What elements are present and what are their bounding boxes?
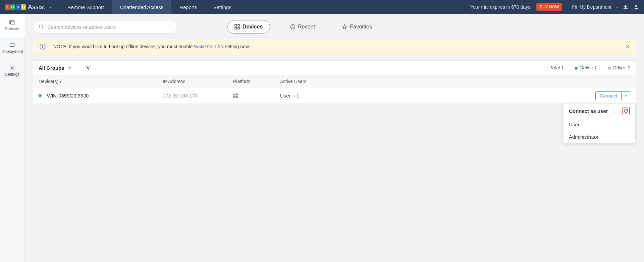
search-icon bbox=[39, 24, 44, 29]
main-content: Devices Recent Favorites NOTE: If you wo… bbox=[25, 14, 644, 262]
nav-tab-reports[interactable]: Reports bbox=[171, 0, 205, 14]
col-ip[interactable]: IP Address bbox=[163, 79, 233, 84]
tab-devices[interactable]: Devices bbox=[227, 20, 270, 34]
download-icon[interactable] bbox=[623, 4, 629, 10]
notice-suffix: setting now. bbox=[225, 44, 250, 49]
device-user: User bbox=[280, 93, 291, 99]
svg-rect-1 bbox=[575, 6, 577, 9]
connect-as-user-popup: Connect as user User Administrator bbox=[563, 103, 636, 143]
department-dropdown[interactable]: My Department ▾ bbox=[572, 4, 618, 10]
table-toolbar: All Groups Total 1 Online 1 Offline 0 bbox=[33, 60, 636, 75]
star-icon bbox=[342, 24, 347, 29]
user-icon[interactable] bbox=[633, 4, 639, 10]
svg-line-12 bbox=[42, 28, 44, 29]
tab-favorites[interactable]: Favorites bbox=[335, 20, 379, 33]
chevron-down-icon bbox=[68, 66, 72, 70]
svg-point-10 bbox=[11, 67, 13, 69]
refresh-icon[interactable] bbox=[622, 108, 630, 114]
chevron-down-icon bbox=[624, 94, 628, 97]
trial-message: Your trial expires in 670 days. bbox=[470, 4, 532, 10]
chevron-down-icon: ▾ bbox=[616, 5, 618, 9]
close-icon[interactable]: ✕ bbox=[626, 44, 630, 49]
svg-rect-13 bbox=[235, 24, 236, 26]
stat-total: Total 1 bbox=[550, 65, 564, 70]
search-box[interactable] bbox=[33, 20, 177, 34]
table-row[interactable]: WIN-0859G9I39J0 172.20.100.170 User +1 C… bbox=[33, 88, 636, 104]
groups-dropdown[interactable]: All Groups bbox=[39, 65, 72, 71]
search-input[interactable] bbox=[47, 24, 171, 30]
sidebar-item-label: Settings bbox=[5, 72, 19, 77]
svg-rect-16 bbox=[238, 27, 239, 29]
sidebar: Devices + Deployment Settings bbox=[0, 14, 25, 262]
sidebar-item-label: Deployment bbox=[1, 49, 23, 54]
tab-recent[interactable]: Recent bbox=[283, 20, 322, 33]
windows-icon bbox=[233, 93, 238, 98]
user-more-count[interactable]: +1 bbox=[293, 93, 299, 99]
wol-link[interactable]: Wake On LAN bbox=[194, 44, 224, 49]
brand-logo[interactable]: ZOHO Assist ▾ bbox=[0, 0, 56, 14]
col-platform[interactable]: Platform bbox=[233, 79, 280, 84]
monitor-icon bbox=[9, 20, 15, 25]
svg-rect-24 bbox=[235, 96, 238, 98]
device-ip: 172.20.100.170 bbox=[163, 93, 233, 99]
gear-icon bbox=[9, 65, 16, 71]
grid-icon bbox=[234, 24, 240, 29]
popup-title-row: Connect as user bbox=[564, 104, 635, 118]
top-nav: ZOHO Assist ▾ Remote Support Unattended … bbox=[0, 0, 644, 14]
svg-text:+: + bbox=[13, 43, 15, 45]
info-icon bbox=[39, 43, 46, 50]
popup-item-user[interactable]: User bbox=[564, 118, 635, 131]
table-header-row: Device(s) ▾ IP Address Platform Active U… bbox=[33, 75, 636, 88]
filter-icon[interactable] bbox=[80, 61, 91, 75]
svg-rect-15 bbox=[235, 27, 236, 29]
nav-tab-settings[interactable]: Settings bbox=[205, 0, 239, 14]
department-label: My Department bbox=[579, 4, 611, 10]
svg-point-20 bbox=[42, 45, 43, 46]
stat-online: Online 1 bbox=[575, 65, 597, 70]
connect-dropdown-toggle[interactable] bbox=[622, 91, 630, 100]
stat-offline: Offline 0 bbox=[608, 65, 630, 70]
connect-button[interactable]: Connect bbox=[595, 91, 622, 100]
wol-notice: NOTE: If you would like to boot up offli… bbox=[33, 39, 636, 54]
buy-now-button[interactable]: BUY NOW bbox=[536, 3, 562, 11]
sidebar-item-deployment[interactable]: + Deployment bbox=[0, 37, 24, 60]
building-icon bbox=[572, 4, 577, 10]
svg-rect-22 bbox=[235, 93, 238, 95]
sidebar-item-label: Devices bbox=[5, 26, 19, 31]
svg-rect-7 bbox=[10, 21, 15, 24]
col-device[interactable]: Device(s) ▾ bbox=[39, 79, 163, 84]
nav-tab-remote-support[interactable]: Remote Support bbox=[59, 0, 112, 14]
status-dot-icon bbox=[39, 94, 42, 97]
clock-icon bbox=[290, 24, 296, 29]
svg-rect-14 bbox=[238, 24, 239, 26]
sidebar-item-devices[interactable]: Devices bbox=[0, 14, 25, 37]
zoho-logo-icon: ZOHO bbox=[5, 4, 26, 10]
notice-prefix: NOTE: If you would like to boot up offli… bbox=[53, 44, 194, 49]
svg-rect-23 bbox=[233, 96, 235, 98]
col-users[interactable]: Active Users bbox=[280, 79, 630, 84]
device-name: WIN-0859G9I39J0 bbox=[47, 93, 89, 99]
chevron-down-icon[interactable]: ▾ bbox=[50, 5, 51, 9]
sidebar-item-settings[interactable]: Settings bbox=[0, 60, 24, 82]
nav-tab-unattended-access[interactable]: Unattended Access bbox=[112, 0, 171, 14]
deploy-icon: + bbox=[9, 43, 16, 48]
svg-rect-21 bbox=[233, 94, 235, 95]
popup-item-administrator[interactable]: Administrator bbox=[564, 131, 635, 143]
brand-name: Assist bbox=[28, 3, 45, 11]
svg-point-11 bbox=[39, 25, 43, 28]
svg-point-5 bbox=[635, 5, 637, 7]
